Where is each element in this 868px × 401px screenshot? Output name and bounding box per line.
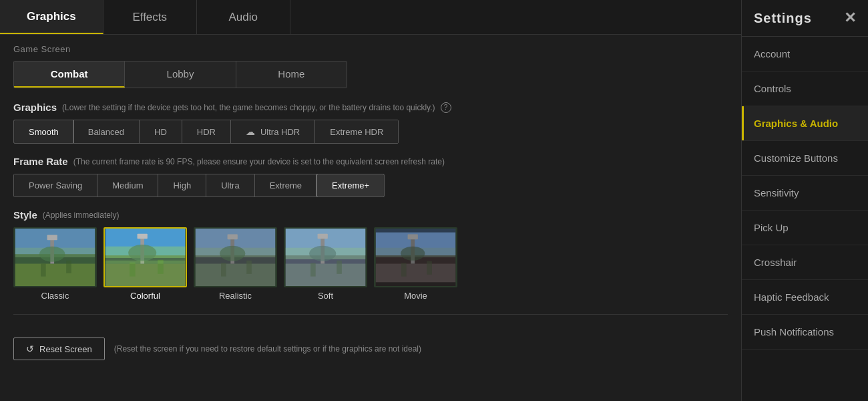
subtab-home[interactable]: Home [236, 61, 347, 88]
frame-rate-section: Frame Rate (The current frame rate is 90… [13, 156, 728, 197]
svg-rect-8 [66, 261, 71, 273]
svg-rect-16 [130, 263, 136, 277]
sidebar-item-sensitivity[interactable]: Sensitivity [742, 176, 868, 211]
main-content: Graphics Effects Audio Game Screen Comba… [0, 0, 741, 401]
frame-opt-high[interactable]: High [158, 174, 206, 196]
graphics-section: Graphics (Lower the setting if the devic… [13, 102, 728, 144]
frame-rate-title: Frame Rate (The current frame rate is 90… [13, 156, 728, 167]
sidebar-item-push-notifications[interactable]: Push Notifications [742, 315, 868, 350]
sidebar-item-controls[interactable]: Controls [742, 72, 868, 106]
frame-opt-ultra[interactable]: Ultra [206, 174, 254, 196]
style-realistic[interactable]: Realistic [194, 227, 277, 301]
subtab-combat[interactable]: Combat [14, 61, 125, 88]
svg-point-15 [128, 245, 156, 261]
svg-rect-44 [401, 263, 407, 277]
sidebar-item-account[interactable]: Account [742, 37, 868, 72]
frame-opt-medium[interactable]: Medium [97, 174, 158, 196]
cloud-icon: ☁ [246, 126, 255, 137]
reset-note: (Reset the screen if you need to restore… [114, 344, 421, 354]
frame-opt-power-saving[interactable]: Power Saving [14, 174, 97, 196]
tab-effects[interactable]: Effects [103, 0, 197, 34]
svg-rect-18 [105, 261, 185, 264]
svg-rect-24 [228, 235, 238, 240]
sidebar-item-pick-up[interactable]: Pick Up [742, 211, 868, 245]
style-colorful[interactable]: Colorful [103, 227, 187, 301]
style-title: Style (Applies immediately) [13, 209, 728, 221]
style-movie[interactable]: Movie [374, 227, 457, 301]
settings-title: Settings [754, 11, 812, 26]
svg-rect-5 [47, 235, 57, 241]
graphics-opt-hd[interactable]: HD [140, 120, 182, 143]
svg-rect-45 [427, 261, 432, 275]
svg-rect-27 [246, 261, 252, 274]
graphics-options: Smooth Balanced HD HDR ☁ Ultra HDR Extre… [13, 120, 399, 144]
reset-area: ↺ Reset Screen (Reset the screen if you … [13, 328, 728, 360]
style-classic[interactable]: Classic [13, 227, 97, 301]
close-button[interactable]: ✕ [844, 9, 856, 27]
style-section: Style (Applies immediately) [13, 209, 728, 301]
top-tabs: Graphics Effects Audio [0, 0, 741, 35]
svg-rect-42 [408, 235, 418, 240]
reset-screen-button[interactable]: ↺ Reset Screen [13, 338, 105, 360]
reset-icon: ↺ [26, 344, 34, 354]
svg-rect-29 [286, 264, 365, 286]
tab-graphics[interactable]: Graphics [0, 0, 103, 34]
svg-rect-33 [318, 234, 328, 239]
graphics-opt-hdr[interactable]: HDR [182, 120, 231, 143]
svg-rect-35 [310, 263, 316, 277]
frame-opt-extreme[interactable]: Extreme [255, 174, 317, 196]
frame-opt-extreme-plus[interactable]: Extreme+ [316, 174, 385, 197]
frame-rate-options: Power Saving Medium High Ultra Extreme E… [13, 174, 385, 197]
sub-tabs: Combat Lobby Home [13, 61, 347, 88]
style-options: Classic [13, 227, 728, 301]
svg-point-25 [220, 246, 245, 261]
subtab-lobby[interactable]: Lobby [125, 61, 236, 88]
sidebar-item-customize-buttons[interactable]: Customize Buttons [742, 141, 868, 176]
sidebar-item-crosshair[interactable]: Crosshair [742, 245, 868, 280]
graphics-opt-balanced[interactable]: Balanced [73, 120, 140, 143]
svg-rect-20 [196, 264, 275, 286]
svg-point-34 [309, 246, 336, 261]
content-area: Game Screen Combat Lobby Home Graphics (… [0, 35, 741, 401]
divider [13, 314, 728, 315]
graphics-opt-extreme-hdr[interactable]: Extreme HDR [315, 120, 398, 143]
svg-rect-36 [337, 261, 342, 274]
game-screen-label: Game Screen [13, 35, 728, 61]
svg-rect-7 [41, 264, 46, 277]
settings-header: Settings ✕ [742, 0, 868, 37]
svg-point-6 [39, 247, 65, 262]
graphics-help-icon[interactable]: ? [441, 102, 451, 113]
sidebar: Settings ✕ Account Controls Graphics & A… [741, 0, 868, 401]
style-soft[interactable]: Soft [284, 227, 367, 301]
svg-rect-46 [376, 229, 455, 233]
svg-rect-14 [138, 234, 148, 239]
tab-audio[interactable]: Audio [197, 0, 290, 34]
graphics-section-title: Graphics (Lower the setting if the devic… [13, 102, 728, 113]
svg-rect-47 [376, 282, 455, 286]
svg-point-43 [401, 247, 425, 261]
sidebar-item-haptic-feedback[interactable]: Haptic Feedback [742, 280, 868, 315]
svg-rect-10 [105, 264, 185, 286]
svg-rect-1 [15, 264, 95, 286]
sidebar-nav: Account Controls Graphics & Audio Custom… [742, 37, 868, 401]
graphics-opt-ultra-hdr[interactable]: ☁ Ultra HDR [231, 120, 315, 143]
svg-rect-26 [221, 263, 226, 277]
graphics-opt-smooth[interactable]: Smooth [13, 120, 74, 144]
sidebar-item-graphics-audio[interactable]: Graphics & Audio [742, 106, 868, 141]
